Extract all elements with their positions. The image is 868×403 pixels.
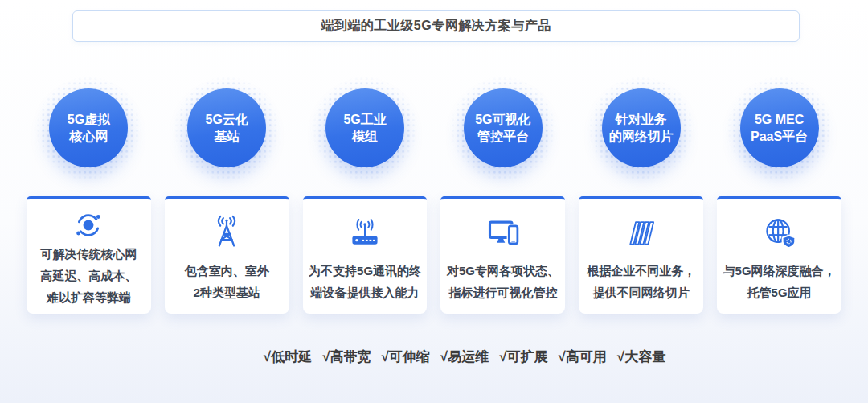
circle-label-line2: 核心网 bbox=[69, 128, 108, 145]
card-description: 与5G网络深度融合， 托管5G应用 bbox=[723, 257, 836, 314]
signal-tower-icon bbox=[209, 208, 244, 257]
circle-label-line1: 5G虚拟 bbox=[68, 111, 110, 128]
capability-tag: √易运维 bbox=[440, 347, 489, 366]
circle-5g-industrial-module: 5G工业 模组 bbox=[303, 78, 428, 183]
card-5g-mec-paas-platform: 与5G网络深度融合， 托管5G应用 bbox=[717, 196, 841, 314]
circle-label-line1: 5G云化 bbox=[206, 111, 248, 128]
feature-cards-row: 可解决传统核心网 高延迟、高成本、 难以扩容等弊端 包含室内、室外 2种类型基站 bbox=[27, 196, 841, 314]
circle-label-line2: 模组 bbox=[352, 128, 378, 145]
capability-tags: √低时延 √高带宽 √可伸缩 √易运维 √可扩展 √高可用 √大容量 bbox=[264, 347, 665, 366]
card-description: 为不支持5G通讯的终 端设备提供接入能力 bbox=[309, 257, 421, 314]
capability-tag: √大容量 bbox=[617, 347, 665, 366]
orbit-icon bbox=[71, 208, 106, 243]
capability-tag: √高可用 bbox=[559, 347, 607, 366]
card-description: 包含室内、室外 2种类型基站 bbox=[185, 257, 269, 314]
circle-5g-virtual-core-network: 5G虚拟 核心网 bbox=[27, 78, 151, 183]
circle-label-line2: 管控平台 bbox=[477, 128, 529, 145]
capability-tag: √低时延 bbox=[264, 347, 312, 366]
monitor-phone-icon bbox=[485, 208, 521, 257]
page-title-text: 端到端的工业级5G专网解决方案与产品 bbox=[321, 18, 551, 35]
circle-label-line2: 的网络切片 bbox=[609, 128, 674, 145]
card-description: 对5G专网各项状态、 指标进行可视化管控 bbox=[447, 257, 559, 314]
card-5g-visual-management-platform: 对5G专网各项状态、 指标进行可视化管控 bbox=[440, 196, 565, 314]
circle-label-line2: PaaS平台 bbox=[751, 128, 808, 145]
circle-5g-visual-management-platform: 5G可视化 管控平台 bbox=[440, 78, 565, 183]
network-slice-icon bbox=[624, 208, 659, 257]
router-icon bbox=[347, 208, 383, 257]
page-title: 端到端的工业级5G专网解决方案与产品 bbox=[72, 10, 800, 42]
capability-tag: √高带宽 bbox=[322, 347, 371, 366]
circle-label-line1: 5G MEC bbox=[755, 111, 804, 128]
card-5g-virtual-core-network: 可解决传统核心网 高延迟、高成本、 难以扩容等弊端 bbox=[27, 196, 151, 314]
card-5g-cloud-base-station: 包含室内、室外 2种类型基站 bbox=[165, 196, 289, 314]
circle-5g-mec-paas-platform: 5G MEC PaaS平台 bbox=[717, 78, 841, 183]
card-5g-industrial-module: 为不支持5G通讯的终 端设备提供接入能力 bbox=[303, 196, 428, 314]
capability-tag: √可伸缩 bbox=[381, 347, 429, 366]
circle-label-line2: 基站 bbox=[214, 128, 240, 145]
circle-business-network-slicing: 针对业务 的网络切片 bbox=[579, 78, 703, 183]
circle-5g-cloud-base-station: 5G云化 基站 bbox=[165, 78, 289, 183]
card-description: 根据企业不同业务， 提供不同网络切片 bbox=[587, 257, 695, 314]
circle-label-line1: 5G工业 bbox=[343, 111, 386, 128]
circle-label-line1: 针对业务 bbox=[616, 111, 667, 128]
card-business-network-slicing: 根据企业不同业务， 提供不同网络切片 bbox=[579, 196, 703, 314]
globe-shield-icon bbox=[762, 208, 797, 257]
card-description: 可解决传统核心网 高延迟、高成本、 难以扩容等弊端 bbox=[40, 243, 137, 316]
circle-label-line1: 5G可视化 bbox=[475, 111, 530, 128]
feature-circles-row: 5G虚拟 核心网 5G云化 基站 5G工业 模组 5G可视化 管控平台 针对业务… bbox=[27, 78, 841, 183]
capability-tag: √可扩展 bbox=[499, 347, 547, 366]
